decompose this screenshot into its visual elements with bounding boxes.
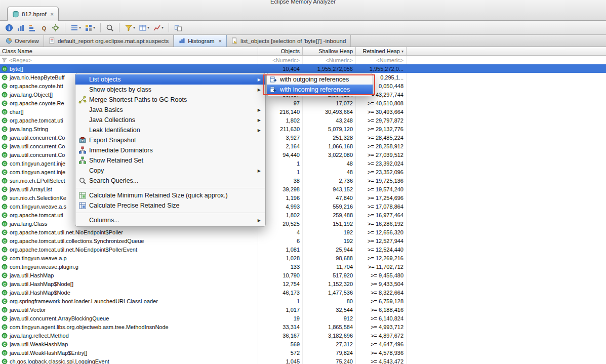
row-filler — [407, 56, 606, 64]
menu-item-copy[interactable]: Copy ▶ — [75, 166, 265, 176]
class-name-cell: C java.util.WeakHashMap — [0, 340, 258, 348]
svg-text:C: C — [3, 187, 6, 191]
retained-heap-filter-input[interactable]: <Numeric> — [356, 56, 407, 64]
table-row[interactable]: C org.apache.tomcat.util.net.NioEndpoint… — [0, 245, 606, 254]
table-row[interactable]: C java.util.HashMap$Node[] 12,754 1,152,… — [0, 279, 606, 288]
menu-item-calculate-minimum-retained-size[interactable]: Calculate Minimum Retained Size (quick a… — [75, 190, 265, 200]
gc-roots-button[interactable] — [51, 22, 61, 33]
file-tab-hprof[interactable]: 812.hprof × — [7, 7, 59, 21]
objects-cell: 46,173 — [258, 288, 303, 297]
group-by-button[interactable]: ▾ — [84, 22, 96, 33]
oql-button[interactable]: Q — [39, 22, 49, 33]
table-row[interactable]: C byte[] 10,404 1,955,272,056 1,955,272,… — [0, 64, 606, 73]
column-header-filler — [407, 47, 606, 55]
table-row[interactable]: C com.tingyun.weave.plugin.g 133 11,704 … — [0, 262, 606, 271]
svg-text:C: C — [3, 299, 6, 303]
table-row[interactable]: C ch.qos.logback.classic.spi.LoggingEven… — [0, 357, 606, 364]
class-name: sun.nio.ch.EPollSelect — [10, 178, 65, 184]
svg-text:C: C — [3, 118, 6, 123]
row-filler — [407, 357, 606, 364]
shallow-heap-filter-input[interactable]: <Numeric> — [303, 56, 356, 64]
tab-default-report[interactable]: default_report org.eclipse.mat.api:suspe… — [44, 35, 174, 47]
tab-list-objects[interactable]: list_objects [selection of 'byte[]'] -in… — [227, 35, 351, 47]
table-row[interactable]: C org.apache.tomcat.util.net.NioEndpoint… — [0, 228, 606, 236]
class-icon: C — [2, 135, 8, 141]
compare-button[interactable] — [173, 22, 183, 33]
shallow-heap-cell: 1,477,536 — [303, 288, 356, 297]
table-row[interactable]: C org.apache.tomcat.util.collections.Syn… — [0, 236, 606, 245]
table-row[interactable]: C java.util.WeakHashMap 569 27,312 >= 4,… — [0, 340, 606, 348]
column-header-shallow-heap[interactable]: Shallow Heap — [303, 47, 356, 55]
menu-item-show-retained-set[interactable]: Show Retained Set — [75, 155, 265, 166]
tab-histogram[interactable]: Histogram × — [174, 35, 227, 47]
class-icon: C — [2, 281, 8, 287]
class-icon: C — [2, 315, 8, 321]
table-row[interactable]: C java.util.HashMap$Node 46,173 1,477,53… — [0, 288, 606, 297]
filter-button[interactable]: ▾ — [124, 22, 136, 33]
class-icon: C — [2, 74, 8, 80]
table-row[interactable]: C java.util.concurrent.ArrayBlockingQueu… — [0, 314, 606, 322]
menu-item-immediate-dominators[interactable]: Immediate Dominators — [75, 145, 265, 155]
class-name: java.util.concurrent.Co — [10, 152, 65, 158]
menu-item-java-basics[interactable]: Java Basics ▶ — [75, 105, 265, 115]
toolbar-separator — [65, 23, 65, 32]
menu-item-leak-identification[interactable]: Leak Identification ▶ — [75, 125, 265, 135]
shallow-heap-cell: 75,240 — [303, 357, 356, 364]
shallow-heap-cell: 48 — [303, 168, 356, 176]
menu-item-show-objects-by-class[interactable]: Show objects by class ▶ — [75, 85, 265, 95]
table-row[interactable]: C com.tingyun.agent.libs.org.objectweb.a… — [0, 322, 606, 331]
class-name-filter-cell[interactable]: <Regex> — [0, 56, 258, 64]
dominator-tree-button[interactable] — [27, 22, 37, 33]
column-header-objects[interactable]: Objects — [258, 47, 303, 55]
objects-filter-input[interactable]: <Numeric> — [258, 56, 303, 64]
menu-item-columns[interactable]: Columns... ▶ — [75, 215, 265, 225]
menu-item-export-snapshot[interactable]: Export Snapshot — [75, 135, 265, 145]
table-row[interactable]: C java.util.Vector 1,017 32,544 >= 6,188… — [0, 305, 606, 314]
histogram-button[interactable] — [16, 22, 26, 33]
shallow-heap-cell: 3,182,696 — [303, 331, 356, 340]
table-row[interactable]: C com.tingyun.weave.a.p 1,028 98,688 >= … — [0, 254, 606, 262]
class-icon: C — [2, 195, 8, 201]
objects-cell: 133 — [258, 262, 303, 271]
menu-item-calculate-precise-retained-size[interactable]: Calculate Precise Retained Size — [75, 200, 265, 211]
submenu-item-with-incoming-references[interactable]: with incoming references — [267, 85, 373, 95]
search-button[interactable] — [105, 22, 115, 33]
table-row[interactable]: C java.util.WeakHashMap$Entry[] 572 79,8… — [0, 348, 606, 357]
toolbar-separator — [169, 23, 169, 32]
retained-heap-cell: >= 29,797,872 — [356, 116, 407, 125]
regex-filter-input[interactable]: <Regex> — [9, 57, 32, 63]
menu-item-java-collections[interactable]: Java Collections ▶ — [75, 115, 265, 125]
menu-item-label: Java Collections — [89, 116, 135, 124]
tab-overview[interactable]: Overview — [1, 35, 44, 47]
table-header: Class Name Objects Shallow Heap Retained… — [0, 47, 606, 56]
dominator-tree-icon — [28, 24, 36, 32]
histogram-icon — [17, 24, 25, 32]
table-row[interactable]: C org.springframework.boot.loader.Launch… — [0, 297, 606, 305]
table-row[interactable]: C java.lang.reflect.Method 36,167 3,182,… — [0, 331, 606, 340]
svg-text:C: C — [3, 316, 6, 320]
column-header-label: Retained Heap — [363, 48, 400, 54]
submenu-item-with-outgoing-references[interactable]: with outgoing references — [267, 74, 373, 85]
chart-button[interactable]: ▾ — [152, 22, 165, 33]
table-options-button[interactable]: ▾ — [138, 22, 150, 33]
table-row[interactable]: C java.util.HashMap 10,790 517,920 >= 9,… — [0, 271, 606, 279]
filter-row[interactable]: <Regex> <Numeric> <Numeric> <Numeric> — [0, 56, 606, 64]
info-button[interactable] — [4, 22, 14, 33]
shallow-heap-cell: 912 — [303, 314, 356, 322]
svg-text:C: C — [3, 170, 6, 174]
retained-heap-cell: >= 40,510,808 — [356, 99, 407, 107]
retained-heap-cell: >= 19,574,240 — [356, 185, 407, 193]
close-icon[interactable]: × — [51, 11, 54, 17]
row-filler — [407, 262, 606, 271]
row-filler — [407, 168, 606, 176]
menu-item-merge-shortest-paths[interactable]: Merge Shortest Paths to GC Roots — [75, 95, 265, 105]
menu-separator — [76, 188, 265, 188]
menu-item-list-objects[interactable]: List objects ▶ — [75, 74, 265, 85]
column-header-retained-heap[interactable]: Retained Heap ▾ — [356, 47, 407, 55]
thread-overview-button[interactable]: ▾ — [69, 22, 82, 33]
close-icon[interactable]: × — [219, 38, 222, 44]
class-icon: C — [2, 333, 8, 339]
column-header-class-name[interactable]: Class Name — [0, 47, 258, 55]
retained-heap-cell: >= 12,527,944 — [356, 236, 407, 245]
menu-item-search-queries[interactable]: Search Queries... — [75, 176, 265, 186]
